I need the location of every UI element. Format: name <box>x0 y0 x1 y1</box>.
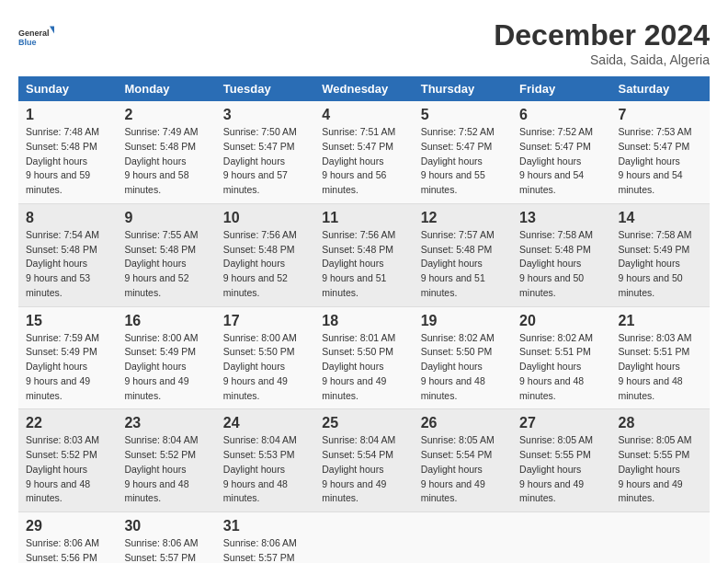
day-detail: Sunrise: 8:04 AMSunset: 5:53 PMDaylight … <box>223 434 297 503</box>
day-detail: Sunrise: 8:05 AMSunset: 5:55 PMDaylight … <box>619 434 692 503</box>
day-number: 18 <box>322 313 405 329</box>
week-row-2: 8 Sunrise: 7:54 AMSunset: 5:48 PMDayligh… <box>18 203 710 306</box>
day-cell-1-1: 9 Sunrise: 7:55 AMSunset: 5:48 PMDayligh… <box>117 203 215 306</box>
svg-text:Blue: Blue <box>18 38 37 47</box>
day-detail: Sunrise: 7:58 AMSunset: 5:49 PMDaylight … <box>619 229 692 298</box>
header: General Blue December 2024 Saida, Saida,… <box>18 18 710 67</box>
day-number: 5 <box>421 107 505 123</box>
day-detail: Sunrise: 7:49 AMSunset: 5:48 PMDaylight … <box>124 126 198 195</box>
day-number: 30 <box>124 518 208 534</box>
day-number: 8 <box>26 210 109 226</box>
week-row-3: 15 Sunrise: 7:59 AMSunset: 5:49 PMDaylig… <box>18 306 710 409</box>
day-cell-3-2: 24 Sunrise: 8:04 AMSunset: 5:53 PMDaylig… <box>216 409 314 512</box>
day-number: 4 <box>322 107 405 123</box>
day-cell-0-2: 3 Sunrise: 7:50 AMSunset: 5:47 PMDayligh… <box>216 101 314 203</box>
day-cell-1-4: 12 Sunrise: 7:57 AMSunset: 5:48 PMDaylig… <box>414 203 512 306</box>
day-detail: Sunrise: 8:04 AMSunset: 5:54 PMDaylight … <box>322 434 395 503</box>
weekday-header-tuesday: Tuesday <box>216 76 314 101</box>
day-detail: Sunrise: 8:05 AMSunset: 5:54 PMDaylight … <box>421 434 495 503</box>
day-cell-0-0: 1 Sunrise: 7:48 AMSunset: 5:48 PMDayligh… <box>18 101 117 203</box>
day-number: 25 <box>322 415 405 431</box>
day-detail: Sunrise: 8:04 AMSunset: 5:52 PMDaylight … <box>124 434 198 503</box>
svg-marker-2 <box>50 27 54 34</box>
day-detail: Sunrise: 7:53 AMSunset: 5:47 PMDaylight … <box>619 126 692 195</box>
day-cell-4-2: 31 Sunrise: 8:06 AMSunset: 5:57 PMDaylig… <box>216 512 314 564</box>
logo-svg: General Blue <box>18 18 55 55</box>
day-detail: Sunrise: 8:03 AMSunset: 5:51 PMDaylight … <box>619 332 692 401</box>
weekday-header-sunday: Sunday <box>18 76 117 101</box>
day-detail: Sunrise: 7:57 AMSunset: 5:48 PMDaylight … <box>421 229 495 298</box>
day-cell-2-6: 21 Sunrise: 8:03 AMSunset: 5:51 PMDaylig… <box>611 306 710 409</box>
day-detail: Sunrise: 8:06 AMSunset: 5:57 PMDaylight … <box>124 537 198 563</box>
day-detail: Sunrise: 8:06 AMSunset: 5:56 PMDaylight … <box>26 537 99 563</box>
day-cell-2-2: 17 Sunrise: 8:00 AMSunset: 5:50 PMDaylig… <box>216 306 314 409</box>
day-cell-1-5: 13 Sunrise: 7:58 AMSunset: 5:48 PMDaylig… <box>512 203 610 306</box>
day-number: 1 <box>26 107 109 123</box>
day-number: 24 <box>223 415 307 431</box>
day-cell-3-0: 22 Sunrise: 8:03 AMSunset: 5:52 PMDaylig… <box>18 409 117 512</box>
day-cell-2-4: 19 Sunrise: 8:02 AMSunset: 5:50 PMDaylig… <box>414 306 512 409</box>
day-cell-1-0: 8 Sunrise: 7:54 AMSunset: 5:48 PMDayligh… <box>18 203 117 306</box>
day-cell-1-6: 14 Sunrise: 7:58 AMSunset: 5:49 PMDaylig… <box>611 203 710 306</box>
week-row-4: 22 Sunrise: 8:03 AMSunset: 5:52 PMDaylig… <box>18 409 710 512</box>
logo: General Blue <box>18 18 55 55</box>
day-cell-1-3: 11 Sunrise: 7:56 AMSunset: 5:48 PMDaylig… <box>314 203 413 306</box>
subtitle: Saida, Saida, Algeria <box>494 52 710 67</box>
day-cell-4-0: 29 Sunrise: 8:06 AMSunset: 5:56 PMDaylig… <box>18 512 117 564</box>
day-cell-4-1: 30 Sunrise: 8:06 AMSunset: 5:57 PMDaylig… <box>117 512 215 564</box>
day-number: 6 <box>519 107 603 123</box>
day-cell-4-3 <box>314 512 413 564</box>
day-number: 7 <box>619 107 702 123</box>
day-detail: Sunrise: 8:03 AMSunset: 5:52 PMDaylight … <box>26 434 99 503</box>
day-number: 26 <box>421 415 505 431</box>
day-cell-3-4: 26 Sunrise: 8:05 AMSunset: 5:54 PMDaylig… <box>414 409 512 512</box>
week-row-5: 29 Sunrise: 8:06 AMSunset: 5:56 PMDaylig… <box>18 512 710 564</box>
week-row-1: 1 Sunrise: 7:48 AMSunset: 5:48 PMDayligh… <box>18 101 710 203</box>
title-area: December 2024 Saida, Saida, Algeria <box>494 18 710 67</box>
day-number: 31 <box>223 518 307 534</box>
svg-text:General: General <box>18 29 50 38</box>
weekday-header-saturday: Saturday <box>611 76 710 101</box>
day-cell-0-3: 4 Sunrise: 7:51 AMSunset: 5:47 PMDayligh… <box>314 101 413 203</box>
calendar-table: SundayMondayTuesdayWednesdayThursdayFrid… <box>18 76 710 563</box>
day-number: 14 <box>619 210 702 226</box>
day-number: 28 <box>619 415 702 431</box>
day-detail: Sunrise: 7:52 AMSunset: 5:47 PMDaylight … <box>519 126 593 195</box>
day-number: 22 <box>26 415 109 431</box>
day-detail: Sunrise: 7:54 AMSunset: 5:48 PMDaylight … <box>26 229 99 298</box>
day-detail: Sunrise: 7:55 AMSunset: 5:48 PMDaylight … <box>124 229 198 298</box>
day-cell-3-5: 27 Sunrise: 8:05 AMSunset: 5:55 PMDaylig… <box>512 409 610 512</box>
day-number: 15 <box>26 313 109 329</box>
day-number: 20 <box>519 313 603 329</box>
day-detail: Sunrise: 7:50 AMSunset: 5:47 PMDaylight … <box>223 126 297 195</box>
day-cell-2-3: 18 Sunrise: 8:01 AMSunset: 5:50 PMDaylig… <box>314 306 413 409</box>
day-detail: Sunrise: 7:56 AMSunset: 5:48 PMDaylight … <box>223 229 297 298</box>
day-detail: Sunrise: 7:59 AMSunset: 5:49 PMDaylight … <box>26 332 99 401</box>
day-detail: Sunrise: 8:01 AMSunset: 5:50 PMDaylight … <box>322 332 395 401</box>
day-number: 29 <box>26 518 109 534</box>
weekday-header-wednesday: Wednesday <box>314 76 413 101</box>
day-detail: Sunrise: 8:00 AMSunset: 5:49 PMDaylight … <box>124 332 198 401</box>
day-cell-3-6: 28 Sunrise: 8:05 AMSunset: 5:55 PMDaylig… <box>611 409 710 512</box>
day-number: 10 <box>223 210 307 226</box>
day-number: 17 <box>223 313 307 329</box>
day-number: 11 <box>322 210 405 226</box>
day-detail: Sunrise: 7:52 AMSunset: 5:47 PMDaylight … <box>421 126 495 195</box>
day-cell-0-4: 5 Sunrise: 7:52 AMSunset: 5:47 PMDayligh… <box>414 101 512 203</box>
day-cell-4-4 <box>414 512 512 564</box>
weekday-header-thursday: Thursday <box>414 76 512 101</box>
day-detail: Sunrise: 7:56 AMSunset: 5:48 PMDaylight … <box>322 229 395 298</box>
day-number: 27 <box>519 415 603 431</box>
day-number: 19 <box>421 313 505 329</box>
weekday-header-monday: Monday <box>117 76 215 101</box>
day-number: 3 <box>223 107 307 123</box>
weekday-header-friday: Friday <box>512 76 610 101</box>
day-cell-0-5: 6 Sunrise: 7:52 AMSunset: 5:47 PMDayligh… <box>512 101 610 203</box>
day-detail: Sunrise: 8:02 AMSunset: 5:50 PMDaylight … <box>421 332 495 401</box>
day-number: 16 <box>124 313 208 329</box>
day-number: 21 <box>619 313 702 329</box>
day-cell-4-6 <box>611 512 710 564</box>
day-cell-4-5 <box>512 512 610 564</box>
day-number: 12 <box>421 210 505 226</box>
day-number: 23 <box>124 415 208 431</box>
